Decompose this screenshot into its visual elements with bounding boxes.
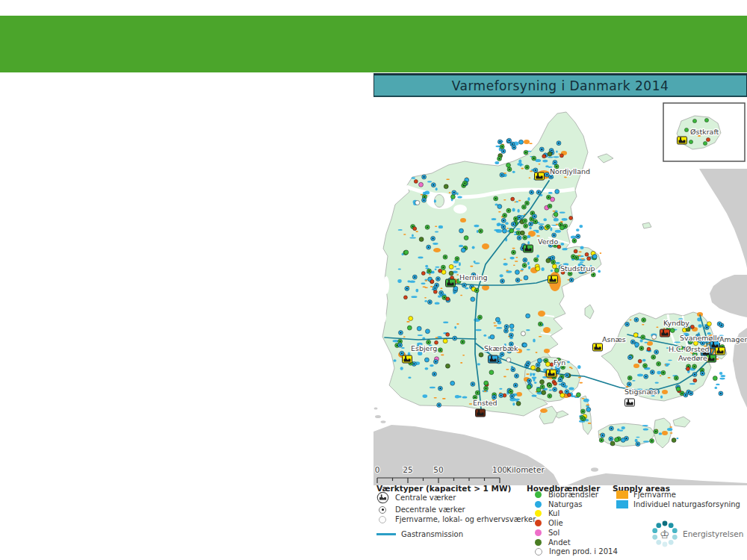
plant-label: H.C. Ørsted <box>669 345 710 353</box>
legend-label: Individuel naturgasforsyning <box>633 500 740 508</box>
wadden-island <box>374 408 378 410</box>
fuel-swatch <box>535 501 542 508</box>
fuel-swatch <box>535 510 542 517</box>
map-title: Varmeforsyning i Danmark 2014 <box>452 78 669 93</box>
legend-label: Fjernvarme, lokal- og erhvervsværker <box>395 515 536 523</box>
plant-icon <box>548 276 558 283</box>
plant-icon <box>403 355 412 363</box>
germany-shape <box>374 425 560 485</box>
plant-label: Skærbæk <box>484 344 518 352</box>
scale-label-25: 25 <box>403 465 412 474</box>
central-plant-icon <box>376 491 389 504</box>
plant-icon <box>524 245 533 252</box>
local-plant-icon <box>379 516 386 523</box>
moen-shape <box>673 417 690 427</box>
plant-icon <box>716 347 725 355</box>
denmark-map: NordjyllandVerdoStudstrupHerningEsbjergS… <box>374 97 747 485</box>
legend-label: Naturgas <box>548 500 583 508</box>
plant-label: Ensted <box>473 399 498 407</box>
plant-label: Svanemølle <box>680 334 722 342</box>
top-banner <box>0 16 747 72</box>
map-panel: Varmeforsyning i Danmark 2014 <box>374 73 747 560</box>
plant-icon <box>707 355 716 362</box>
legend-label: Fjernvarme <box>633 491 676 499</box>
wadden-island <box>381 420 386 423</box>
logo-text: Energistyrelsen <box>683 529 743 538</box>
plant-label: Østkraft <box>690 128 719 136</box>
plant-icon <box>489 355 498 363</box>
fuel-swatch <box>535 491 542 498</box>
legend-label: Sol <box>548 529 560 537</box>
fehmarn-shape <box>591 467 598 472</box>
legend-row-fjernvarme: Fjernvarme, lokal- og erhvervsværker <box>376 515 536 523</box>
map-title-bar: Varmeforsyning i Danmark 2014 <box>374 73 747 97</box>
plant-label: Avedøre <box>678 354 707 362</box>
fuel-swatch <box>535 548 542 556</box>
legend-label: Olie <box>548 519 563 527</box>
legend-label: Biobrændsler <box>548 491 598 499</box>
plant-icon <box>476 409 486 417</box>
ringkoebing-fjord <box>383 276 389 294</box>
legend: Værktyper (kapacitet > 1 MW) Centrale væ… <box>374 484 747 560</box>
scale-label-50: 50 <box>433 465 443 474</box>
legend-row-decentrale: Decentrale værker <box>376 505 465 514</box>
legend-label: Decentrale værker <box>395 505 465 514</box>
supply-swatch <box>616 491 628 499</box>
legend-row-centrale: Centrale værker <box>376 491 456 504</box>
plant-icon <box>660 329 670 337</box>
fuel-swatch <box>535 529 542 536</box>
legend-label: Centrale værker <box>395 494 456 502</box>
plant-label: Herning <box>459 273 487 281</box>
plant-label: Fyn <box>554 358 565 367</box>
plant-label: Stigsnæs <box>624 388 657 396</box>
gas-line-icon <box>376 533 396 535</box>
decentral-plant-icon <box>379 506 386 514</box>
plant-icon <box>446 279 456 287</box>
scale-label-0: 0 <box>375 465 380 474</box>
energistyrelsen-logo: ♔ Energistyrelsen <box>647 517 747 557</box>
fuel-swatch <box>535 520 542 526</box>
plant-icon <box>535 172 545 180</box>
legend-label: Gastransmission <box>401 530 463 538</box>
lagoon <box>382 312 386 323</box>
plant-icon <box>678 137 687 144</box>
legend-row-gastransmission: Gastransmission <box>376 530 463 538</box>
crown-icon: ♔ <box>660 528 669 541</box>
laesoe-shape <box>598 154 613 163</box>
plant-label: Esbjerg <box>411 344 437 352</box>
anholt-shape <box>642 223 651 228</box>
scale-label-unit: Kilometer <box>506 465 545 474</box>
plant-label: Asnæs <box>602 335 626 343</box>
legend-label: Ingen prod. i 2014 <box>549 547 618 556</box>
plant-label: Verdo <box>538 237 558 246</box>
plant-label: Kyndby <box>663 319 689 327</box>
sweden-shape <box>699 169 747 268</box>
lolland-shape <box>598 423 655 447</box>
plant-label: Studstrup <box>560 264 595 273</box>
plant-icon <box>625 399 635 406</box>
legend-label: Kul <box>548 509 560 517</box>
plant-label: Nordjylland <box>550 167 590 175</box>
supply-swatch <box>616 500 628 508</box>
fuel-swatch <box>535 539 542 546</box>
limfjord-broads <box>453 205 467 214</box>
wadden-island <box>375 415 381 418</box>
legend-label: Andet <box>548 538 571 547</box>
samsoe-shape <box>585 305 594 319</box>
scale-label-100: 100 <box>492 465 507 474</box>
plant-icon <box>593 343 603 351</box>
plant-icon <box>547 370 557 377</box>
plant-label: Amager <box>719 335 747 343</box>
sweden-kullen-shape <box>710 275 747 317</box>
